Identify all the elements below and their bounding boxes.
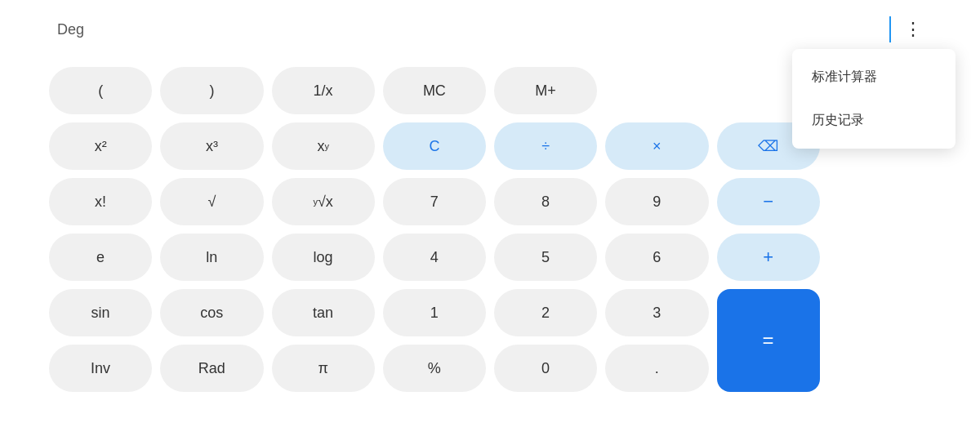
xy-button[interactable]: xy [272, 122, 375, 170]
equals-button[interactable]: = [717, 289, 820, 392]
rad-button[interactable]: Rad [160, 345, 263, 392]
x2-button[interactable]: x² [49, 122, 152, 170]
menu-button[interactable]: ⋮ [904, 20, 923, 38]
nine-button[interactable]: 9 [605, 178, 708, 225]
two-button[interactable]: 2 [494, 289, 597, 336]
calculator-container: Deg ⋮ 标准计算器 历史记录 ( ) 1/x MC M+ x² x³ xy … [0, 0, 980, 408]
divide-button[interactable]: ÷ [494, 122, 597, 170]
dot-button[interactable]: . [605, 345, 708, 392]
zero-button[interactable]: 0 [494, 345, 597, 392]
clear-button[interactable]: C [383, 122, 486, 170]
pi-button[interactable]: π [272, 345, 375, 392]
sin-button[interactable]: sin [49, 289, 152, 336]
cos-button[interactable]: cos [160, 289, 263, 336]
dropdown-item-history[interactable]: 历史记录 [792, 99, 956, 142]
dropdown-item-standard[interactable]: 标准计算器 [792, 56, 956, 99]
close-paren-button[interactable]: ) [160, 67, 263, 114]
reciprocal-button[interactable]: 1/x [272, 67, 375, 114]
e-button[interactable]: e [49, 234, 152, 281]
ln-button[interactable]: ln [160, 234, 263, 281]
percent-button[interactable]: % [383, 345, 486, 392]
open-paren-button[interactable]: ( [49, 67, 152, 114]
mplus-button[interactable]: M+ [494, 67, 597, 114]
mc-button[interactable]: MC [383, 67, 486, 114]
header-right: ⋮ [889, 16, 923, 42]
plus-button[interactable]: + [717, 234, 820, 281]
divider-line [889, 16, 891, 42]
seven-button[interactable]: 7 [383, 178, 486, 225]
four-button[interactable]: 4 [383, 234, 486, 281]
eight-button[interactable]: 8 [494, 178, 597, 225]
header: Deg ⋮ [49, 16, 931, 42]
minus-button[interactable]: − [717, 178, 820, 225]
six-button[interactable]: 6 [605, 234, 708, 281]
three-button[interactable]: 3 [605, 289, 708, 336]
one-button[interactable]: 1 [383, 289, 486, 336]
inv-button[interactable]: Inv [49, 345, 152, 392]
sqrt-button[interactable]: √ [160, 178, 263, 225]
five-button[interactable]: 5 [494, 234, 597, 281]
tan-button[interactable]: tan [272, 289, 375, 336]
log-button[interactable]: log [272, 234, 375, 281]
nthroot-button[interactable]: y√x [272, 178, 375, 225]
deg-label: Deg [57, 21, 84, 38]
multiply-button[interactable]: × [605, 122, 708, 170]
dropdown-menu: 标准计算器 历史记录 [792, 49, 956, 149]
factorial-button[interactable]: x! [49, 178, 152, 225]
x3-button[interactable]: x³ [160, 122, 263, 170]
